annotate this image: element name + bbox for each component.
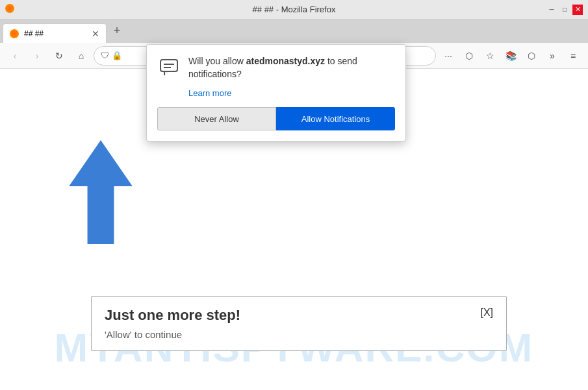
lock-icon: 🔒 (112, 51, 122, 60)
toolbar-right: ··· ⬡ ☆ 📚 ⬡ » ≡ (439, 47, 583, 65)
back-button[interactable]: ‹ (5, 47, 25, 65)
extensions-button[interactable]: » (543, 47, 562, 65)
maximize-button[interactable]: □ (559, 5, 570, 15)
refresh-button[interactable]: ↻ (49, 47, 69, 65)
tabbar: ## ## ✕ + (0, 19, 588, 43)
allow-notifications-button[interactable]: Allow Notifications (276, 107, 395, 130)
svg-marker-3 (69, 140, 133, 244)
learn-more-link[interactable]: Learn more (188, 88, 395, 98)
window-title: ## ## - Mozilla Firefox (253, 5, 336, 14)
popup-message-pre: Will you allow (188, 56, 246, 66)
tab-close-button[interactable]: ✕ (92, 29, 99, 38)
menu-dots-button[interactable]: ··· (439, 47, 458, 65)
titlebar: ## ## - Mozilla Firefox ─ □ ✕ (0, 0, 588, 19)
star-button[interactable]: ☆ (480, 47, 500, 65)
svg-rect-0 (160, 60, 177, 71)
info-box-title: Just one more step! (105, 307, 493, 324)
chat-icon (157, 55, 181, 79)
home-button[interactable]: ⌂ (71, 47, 91, 65)
close-button[interactable]: ✕ (572, 5, 583, 15)
notification-popup: Will you allow atedmonastyd.xyz to send … (146, 44, 406, 141)
info-box-subtitle: 'Allow' to continue (105, 329, 493, 340)
never-allow-button[interactable]: Never Allow (157, 107, 276, 130)
new-tab-button[interactable]: + (108, 21, 126, 40)
forward-button[interactable]: › (27, 47, 47, 65)
info-box-header: [X] Just one more step! (105, 307, 493, 324)
popup-header: Will you allow atedmonastyd.xyz to send … (157, 55, 395, 80)
security-icons: 🛡 🔒 (101, 51, 122, 60)
tab-favicon (10, 29, 19, 38)
pocket-button[interactable]: ⬡ (459, 47, 479, 65)
active-tab[interactable]: ## ## ✕ (3, 23, 107, 43)
window-controls: ─ □ ✕ (546, 5, 583, 15)
info-box: [X] Just one more step! 'Allow' to conti… (91, 296, 507, 351)
hamburger-button[interactable]: ≡ (563, 47, 583, 65)
library-button[interactable]: 📚 (501, 47, 520, 65)
popup-domain: atedmonastyd.xyz (246, 56, 325, 66)
shield-icon: 🛡 (101, 51, 109, 60)
info-box-close[interactable]: [X] (480, 307, 493, 319)
tab-title: ## ## (24, 29, 44, 38)
firefox-logo (5, 4, 14, 16)
popup-buttons: Never Allow Allow Notifications (157, 107, 395, 130)
sync-button[interactable]: ⬡ (522, 47, 541, 65)
popup-message-text: Will you allow atedmonastyd.xyz to send … (188, 55, 395, 80)
minimize-button[interactable]: ─ (546, 5, 557, 15)
